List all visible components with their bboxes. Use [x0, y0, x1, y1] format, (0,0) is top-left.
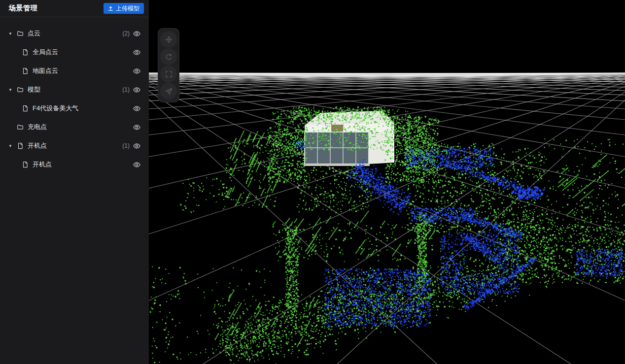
file-icon [22, 161, 29, 168]
tree-row-7[interactable]: 开机点 [0, 155, 149, 174]
child-count: (1) [122, 142, 130, 149]
fit-view-icon [165, 70, 173, 78]
tree-row-0[interactable]: ▼点云(2) [0, 24, 149, 43]
tree-row-4[interactable]: F4代设备美大气 [0, 99, 149, 118]
tree-row-5[interactable]: 充电点 [0, 118, 149, 136]
pointcloud-canvas[interactable] [149, 0, 625, 364]
sidebar: 场景管理 上传模型 ▼点云(2)全局点云地面点云▼模型(1)F4代设备美大气充电… [0, 0, 149, 364]
child-count: (1) [122, 86, 130, 93]
file-icon [22, 49, 29, 56]
tree-node-label: 模型 [28, 85, 40, 94]
visibility-eye-icon[interactable] [133, 48, 141, 56]
file-icon [22, 105, 29, 112]
folder-icon [17, 124, 24, 131]
upload-button-label: 上传模型 [116, 4, 139, 13]
tree-row-1[interactable]: 全局点云 [0, 43, 149, 62]
page-title: 场景管理 [9, 4, 37, 13]
pan-icon [165, 35, 173, 44]
tree-node-label: 充电点 [28, 123, 47, 132]
scene-manager-app: 场景管理 上传模型 ▼点云(2)全局点云地面点云▼模型(1)F4代设备美大气充电… [0, 0, 625, 364]
scene-tree: ▼点云(2)全局点云地面点云▼模型(1)F4代设备美大气充电点▼开机点(1)开机… [0, 17, 149, 174]
tree-node-label: 开机点 [28, 141, 47, 150]
visibility-eye-icon[interactable] [133, 104, 141, 112]
navigate-button[interactable] [160, 83, 177, 99]
rotate-icon [165, 53, 173, 61]
upload-icon [108, 6, 113, 11]
tree-node-label: 全局点云 [33, 48, 58, 57]
view-toolbar [158, 28, 179, 102]
visibility-eye-icon[interactable] [133, 123, 141, 131]
visibility-eye-icon[interactable] [133, 142, 141, 150]
expander-icon[interactable]: ▼ [8, 144, 15, 148]
tree-row-2[interactable]: 地面点云 [0, 62, 149, 80]
child-count: (2) [122, 30, 130, 37]
rotate-button[interactable] [160, 48, 177, 65]
visibility-eye-icon[interactable] [133, 161, 141, 168]
tree-node-label: 地面点云 [33, 66, 58, 75]
tree-node-label: 点云 [28, 29, 40, 38]
folder-icon [17, 30, 24, 37]
visibility-eye-icon[interactable] [133, 67, 141, 75]
folder-icon [17, 86, 24, 94]
visibility-eye-icon[interactable] [133, 86, 141, 94]
pan-button[interactable] [160, 31, 177, 48]
upload-model-button[interactable]: 上传模型 [104, 3, 144, 14]
tree-node-label: F4代设备美大气 [33, 104, 78, 113]
3d-viewport[interactable] [149, 0, 625, 364]
fit-view-button[interactable] [160, 66, 177, 82]
file-icon [22, 67, 29, 75]
navigate-icon [165, 87, 173, 96]
expander-icon[interactable]: ▼ [8, 88, 15, 92]
file-icon [17, 142, 24, 150]
sidebar-header: 场景管理 上传模型 [0, 0, 149, 17]
tree-row-3[interactable]: ▼模型(1) [0, 80, 149, 99]
tree-node-label: 开机点 [33, 160, 52, 169]
visibility-eye-icon[interactable] [133, 30, 141, 37]
expander-icon[interactable]: ▼ [8, 32, 15, 36]
tree-row-6[interactable]: ▼开机点(1) [0, 136, 149, 155]
